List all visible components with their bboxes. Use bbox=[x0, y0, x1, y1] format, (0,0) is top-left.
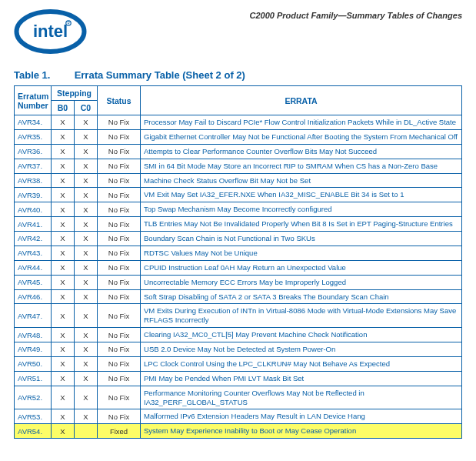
erratum-number: AVR44. bbox=[15, 260, 52, 275]
step-c0: X bbox=[75, 246, 98, 260]
erratum-number: AVR52. bbox=[15, 386, 52, 409]
errata-description: Clearing IA32_MC0_CTL[5] May Prevent Mac… bbox=[141, 328, 462, 342]
step-c0: X bbox=[75, 159, 98, 173]
status: No Fix bbox=[98, 246, 141, 260]
step-b0: X bbox=[52, 144, 75, 159]
step-c0: X bbox=[75, 188, 98, 202]
errata-description: Machine Check Status Overflow Bit May No… bbox=[141, 173, 462, 188]
errata-description: Attempts to Clear Performance Counter Ov… bbox=[141, 144, 462, 159]
errata-description: Uncorrectable Memory ECC Errors May be I… bbox=[141, 275, 462, 289]
status: No Fix bbox=[98, 304, 141, 328]
status: No Fix bbox=[98, 144, 141, 159]
step-b0: X bbox=[52, 371, 75, 386]
step-c0: X bbox=[75, 371, 98, 386]
erratum-number: AVR35. bbox=[15, 129, 52, 144]
table-row: AVR50.XXNo FixLPC Clock Control Using th… bbox=[15, 356, 462, 371]
status: No Fix bbox=[98, 115, 141, 130]
table-row: AVR48.XXNo FixClearing IA32_MC0_CTL[5] M… bbox=[15, 328, 462, 342]
status: No Fix bbox=[98, 260, 141, 275]
step-c0: X bbox=[75, 386, 98, 409]
step-c0: X bbox=[75, 289, 98, 304]
errata-description: Performance Monitoring Counter Overflows… bbox=[141, 386, 462, 409]
step-b0: X bbox=[52, 304, 75, 328]
erratum-number: AVR53. bbox=[15, 409, 52, 424]
erratum-number: AVR38. bbox=[15, 173, 52, 188]
step-b0: X bbox=[52, 356, 75, 371]
errata-table: Erratum Number Stepping Status ERRATA B0… bbox=[14, 85, 462, 439]
step-c0 bbox=[75, 424, 98, 439]
table-row: AVR45.XXNo FixUncorrectable Memory ECC E… bbox=[15, 275, 462, 289]
step-b0: X bbox=[52, 202, 75, 217]
step-c0: X bbox=[75, 129, 98, 144]
table-title-text: Errata Summary Table (Sheet 2 of 2) bbox=[75, 69, 245, 81]
errata-description: SMI in 64 Bit Mode May Store an Incorrec… bbox=[141, 159, 462, 173]
step-b0: X bbox=[52, 289, 75, 304]
col-stepping: Stepping bbox=[52, 86, 98, 101]
table-row: AVR54.XFixedSystem May Experience Inabil… bbox=[15, 424, 462, 439]
step-b0: X bbox=[52, 328, 75, 342]
status: No Fix bbox=[98, 202, 141, 217]
errata-description: Soft Strap Disabling of SATA 2 or SATA 3… bbox=[141, 289, 462, 304]
step-c0: X bbox=[75, 409, 98, 424]
status: No Fix bbox=[98, 159, 141, 173]
table-number: Table 1. bbox=[14, 69, 72, 81]
step-b0: X bbox=[52, 424, 75, 439]
errata-description: System May Experience Inability to Boot … bbox=[141, 424, 462, 439]
erratum-number: AVR54. bbox=[15, 424, 52, 439]
status: No Fix bbox=[98, 328, 141, 342]
status: No Fix bbox=[98, 232, 141, 246]
erratum-number: AVR42. bbox=[15, 232, 52, 246]
col-step-c0: C0 bbox=[75, 101, 98, 115]
erratum-number: AVR51. bbox=[15, 371, 52, 386]
step-c0: X bbox=[75, 356, 98, 371]
erratum-number: AVR40. bbox=[15, 202, 52, 217]
step-c0: X bbox=[75, 304, 98, 328]
table-row: AVR43.XXNo FixRDTSC Values May Not be Un… bbox=[15, 246, 462, 260]
erratum-number: AVR46. bbox=[15, 289, 52, 304]
table-row: AVR40.XXNo FixTop Swap Mechanism May Bec… bbox=[15, 202, 462, 217]
step-b0: X bbox=[52, 129, 75, 144]
status: No Fix bbox=[98, 289, 141, 304]
table-row: AVR39.XXNo FixVM Exit May Set IA32_EFER.… bbox=[15, 188, 462, 202]
errata-description: RDTSC Values May Not be Unique bbox=[141, 246, 462, 260]
erratum-number: AVR34. bbox=[15, 115, 52, 130]
table-row: AVR38.XXNo FixMachine Check Status Overf… bbox=[15, 173, 462, 188]
step-b0: X bbox=[52, 275, 75, 289]
table-caption: Table 1. Errata Summary Table (Sheet 2 o… bbox=[14, 69, 462, 81]
errata-description: TLB Entries May Not Be Invalidated Prope… bbox=[141, 217, 462, 232]
step-b0: X bbox=[52, 173, 75, 188]
col-step-b0: B0 bbox=[52, 101, 75, 115]
erratum-number: AVR39. bbox=[15, 188, 52, 202]
table-head: Erratum Number Stepping Status ERRATA B0… bbox=[15, 86, 462, 115]
errata-description: Top Swap Mechanism May Become Incorrectl… bbox=[141, 202, 462, 217]
step-b0: X bbox=[52, 115, 75, 130]
table-row: AVR51.XXNo FixPMI May be Pended When PMI… bbox=[15, 371, 462, 386]
step-c0: X bbox=[75, 328, 98, 342]
step-c0: X bbox=[75, 217, 98, 232]
table-row: AVR42.XXNo FixBoundary Scan Chain is Not… bbox=[15, 232, 462, 246]
errata-description: PMI May be Pended When PMI LVT Mask Bit … bbox=[141, 371, 462, 386]
step-c0: X bbox=[75, 260, 98, 275]
status: No Fix bbox=[98, 371, 141, 386]
step-c0: X bbox=[75, 115, 98, 130]
erratum-number: AVR43. bbox=[15, 246, 52, 260]
errata-description: Processor May Fail to Discard PCIe* Flow… bbox=[141, 115, 462, 130]
erratum-number: AVR41. bbox=[15, 217, 52, 232]
table-row: AVR41.XXNo FixTLB Entries May Not Be Inv… bbox=[15, 217, 462, 232]
table-row: AVR35.XXNo FixGigabit Ethernet Controlle… bbox=[15, 129, 462, 144]
intel-logo-text: intel bbox=[33, 22, 68, 41]
errata-description: Gigabit Ethernet Controller May Not be F… bbox=[141, 129, 462, 144]
step-b0: X bbox=[52, 159, 75, 173]
table-row: AVR36.XXNo FixAttempts to Clear Performa… bbox=[15, 144, 462, 159]
status: No Fix bbox=[98, 409, 141, 424]
step-b0: X bbox=[52, 409, 75, 424]
col-erratum-number: Erratum Number bbox=[15, 86, 52, 115]
errata-description: CPUID Instruction Leaf 0AH May Return an… bbox=[141, 260, 462, 275]
status: No Fix bbox=[98, 217, 141, 232]
step-c0: X bbox=[75, 144, 98, 159]
step-b0: X bbox=[52, 246, 75, 260]
status: No Fix bbox=[98, 386, 141, 409]
table-row: AVR47.XXNo FixVM Exits During Execution … bbox=[15, 304, 462, 328]
table-row: AVR37.XXNo FixSMI in 64 Bit Mode May Sto… bbox=[15, 159, 462, 173]
erratum-number: AVR37. bbox=[15, 159, 52, 173]
